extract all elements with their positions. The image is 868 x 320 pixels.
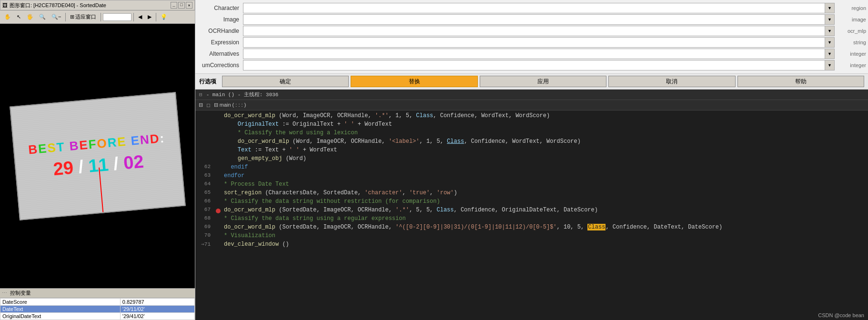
line-num-70: 70 [195,232,214,241]
line-marker-64 [214,181,222,190]
line-content-71: dev_clear_window () [222,241,868,250]
alternatives-input[interactable]: 10 [243,49,825,59]
var-name-datescore: DateScore [0,299,121,306]
letter-D: D [149,131,160,146]
apply-button[interactable]: 应用 [480,76,606,87]
watermark: CSDN @code bean [818,312,864,318]
numcorrections-dropdown-button[interactable]: ▼ [825,60,835,70]
code-line-70: 70 * Visualization [195,232,868,241]
confirm-button[interactable]: 确定 [222,76,349,87]
code-line-1: do_ocr_word_mlp (Word, ImageOCR, OCRHand… [195,112,868,121]
letter-R: R [107,135,118,150]
line-num-4 [195,138,214,147]
maximize-button[interactable]: □ [178,2,185,9]
expression-input[interactable]: '^([0-2][0-9]|30|31)/(0[1-9]|10|11|12)/0… [243,37,825,48]
arrow-left-button[interactable]: ◀ [136,12,144,21]
alternatives-type: integer [835,51,868,57]
arrow-right-button[interactable]: ▶ [145,12,154,21]
pointer-tool-button[interactable]: ↖ [14,12,23,21]
window-titlebar: 🖼 图形窗口: [H2CE787DE040] - SortedDate _ □ … [0,0,195,10]
letter-E2: E [79,137,89,152]
image-input[interactable]: ImageOCR [243,14,825,25]
image-display: BEST BEFORE END: 29 / 11 / 02 [0,24,195,288]
expression-dropdown-button[interactable]: ▼ [825,37,835,48]
move-tool-button[interactable]: ✋ [2,12,13,21]
code-line-3: * Classify the word using a lexicon [195,130,868,138]
help-button[interactable]: 帮助 [737,76,864,87]
toolbar-sep-2 [101,13,101,21]
line-marker-66 [214,198,222,207]
card-line2: 29 / 11 / 02 [52,151,144,179]
fit-window-button[interactable]: ⊞ 适应窗口 [68,12,99,22]
line-num-5 [195,147,214,155]
zoom-out-button[interactable]: 🔍− [49,12,63,21]
line-marker-3 [214,130,222,138]
var-name-originaldate: OriginalDateText [0,313,121,320]
toolbar-sep-1 [65,13,66,21]
line-marker-70 [214,232,222,241]
numcorrections-label: umCorrections [195,62,243,69]
card-line1: BEST BEFORE END: [28,130,165,157]
code-line-69: 69 do_ocr_word_mlp (SortedDate, ImageOCR… [195,224,868,232]
line-marker-69 [214,224,222,232]
toolbar-sep-4 [156,13,156,21]
code-line-67: 67 do_ocr_word_mlp (SortedDate, ImageOCR… [195,207,868,215]
replace-button[interactable]: 替换 [351,76,477,87]
line-num-2 [195,121,214,130]
line-content-62: endif [222,164,868,172]
row-options-label: 行选项 [199,78,216,86]
code-line-65: 65 sort_region (CharactersDate, SortedDa… [195,190,868,198]
numcorrections-row: umCorrections 5 ▼ integer [195,60,868,70]
line-num-69: 69 [195,224,214,232]
line-marker-68 [214,215,222,224]
code-toolbar-icon2[interactable]: □ [205,102,212,109]
zoom-input[interactable]: 100 % [103,13,131,21]
lightbulb-button[interactable]: 💡 [158,12,170,21]
numcorrections-input[interactable]: 5 [243,60,825,70]
line-content-66: * Classify the data string without restr… [222,198,868,207]
code-header: ⊟ - main () - 主线程: 3036 [195,90,868,100]
ocrhandle-label: OCRHandle [195,28,243,34]
ocrhandle-input[interactable]: OCRHandle [243,26,825,36]
var-value-datetext: '29/11/02' [120,306,194,313]
slash1: / [77,156,89,177]
left-panel: 🖼 图形窗口: [H2CE787DE040] - SortedDate _ □ … [0,0,195,320]
var-value-originaldate: '29/41/02' [120,313,194,320]
character-dropdown-button[interactable]: ▼ [825,3,835,13]
ocrhandle-dropdown-button[interactable]: ▼ [825,26,835,36]
line-num-65: 65 [195,190,214,198]
character-input[interactable]: SortedDate [243,3,825,13]
line-content-67: do_ocr_word_mlp (SortedDate, ImageOCR, O… [222,207,868,215]
line-num-1 [195,112,214,121]
code-toolbar: ⊟ □ ⊟ main ( : : : ) [195,100,868,110]
image-dropdown-button[interactable]: ▼ [825,14,835,25]
image-container: BEST BEFORE END: 29 / 11 / 02 [0,24,195,288]
grab-tool-button[interactable]: 🖐 [24,12,36,21]
cancel-button[interactable]: 取消 [608,76,735,87]
code-line-4: do_ocr_word_mlp (Word, ImageOCR, OCRHand… [195,138,868,147]
var-name-datetext: DateText [0,306,121,313]
code-func-button[interactable]: ⊟ main ( : : : ) [212,101,248,109]
close-button[interactable]: ✕ [186,2,192,9]
card-image: BEST BEFORE END: 29 / 11 / 02 [10,92,186,220]
line-num-68: 68 [195,215,214,224]
code-body[interactable]: do_ocr_word_mlp (Word, ImageOCR, OCRHand… [195,110,868,320]
code-line-64: 64 * Process Date Text [195,181,868,190]
code-collapse-icon[interactable]: ⊟ [199,91,202,98]
window-icon: 🖼 [2,2,8,8]
right-panel: Character SortedDate ▼ region Image Imag… [195,0,868,320]
code-toolbar-icon1[interactable]: ⊟ [197,101,204,109]
character-type: region [835,5,868,11]
var-value-datescore: 0.829787 [120,299,194,306]
character-label: Character [195,5,243,11]
letter-F: F [88,137,97,151]
zoom-in-button[interactable]: 🔍 [37,12,48,21]
titlebar-left: 🖼 图形窗口: [H2CE787DE040] - SortedDate [2,2,106,9]
alternatives-dropdown-button[interactable]: ▼ [825,49,835,59]
line-content-70: * Visualization [222,232,868,241]
line-marker-67 [214,207,222,215]
slash2: / [112,153,124,174]
line-marker-62 [214,164,222,172]
minimize-button[interactable]: _ [171,2,177,9]
control-vars-panel: 控制变量 DateScore 0.829787 DateText '29/11/… [0,288,195,320]
